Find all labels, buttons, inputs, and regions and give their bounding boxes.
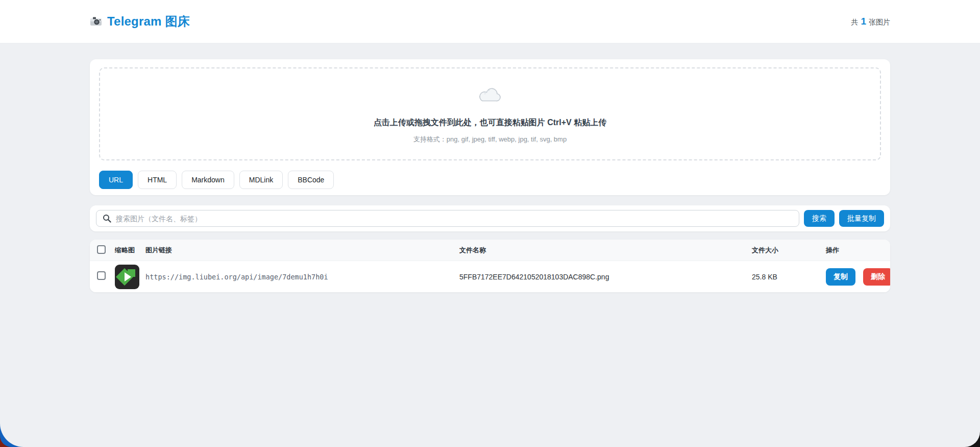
- col-header-actions: 操作: [826, 246, 890, 255]
- play-icon: [125, 272, 131, 281]
- page: Telegram 图床 共 1 张图片 点击上传或拖拽文件到此处，也可直接粘贴图…: [0, 0, 980, 447]
- search-field-wrap: [96, 210, 799, 227]
- tab-mdlink[interactable]: MDLink: [239, 171, 283, 189]
- table-row: https://img.liubei.org/api/image/7demu1h…: [90, 261, 890, 292]
- link-format-tabs: URL HTML Markdown MDLink BBCode: [99, 171, 881, 189]
- page-title: Telegram 图床: [107, 13, 190, 30]
- upload-formats-text: 支持格式：png, gif, jpeg, tiff, webp, jpg, ti…: [100, 135, 880, 144]
- search-card: 搜索 批量复制: [90, 205, 890, 231]
- search-icon: [103, 214, 111, 223]
- upload-dropzone[interactable]: 点击上传或拖拽文件到此处，也可直接粘贴图片 Ctrl+V 粘贴上传 支持格式：p…: [99, 67, 881, 160]
- image-count-suffix: 张图片: [869, 18, 890, 27]
- select-all-checkbox[interactable]: [97, 245, 106, 254]
- tab-bbcode[interactable]: BBCode: [288, 171, 334, 189]
- cloud-icon: [478, 86, 502, 103]
- tab-html[interactable]: HTML: [138, 171, 177, 189]
- image-count-prefix: 共: [851, 18, 858, 27]
- camera-icon: [90, 15, 102, 28]
- delete-button[interactable]: 删除: [863, 268, 890, 286]
- col-header-filename: 文件名称: [459, 246, 752, 255]
- image-count: 共 1 张图片: [851, 16, 890, 27]
- tab-url[interactable]: URL: [99, 171, 133, 189]
- row-actions: 复制 删除: [826, 268, 890, 286]
- file-size: 25.8 KB: [752, 273, 826, 281]
- image-url[interactable]: https://img.liubei.org/api/image/7demu1h…: [145, 273, 459, 281]
- copy-button[interactable]: 复制: [826, 268, 855, 286]
- col-header-filesize: 文件大小: [752, 246, 826, 255]
- search-input[interactable]: [96, 210, 799, 227]
- search-button[interactable]: 搜索: [804, 210, 835, 227]
- app-header: Telegram 图床 共 1 张图片: [0, 0, 980, 43]
- col-header-thumbnail: 缩略图: [115, 246, 145, 255]
- file-name: 5FFB7172EE7D6421052018103DAC898C.png: [459, 273, 752, 281]
- upload-card: 点击上传或拖拽文件到此处，也可直接粘贴图片 Ctrl+V 粘贴上传 支持格式：p…: [90, 59, 890, 195]
- upload-hint-text: 点击上传或拖拽文件到此处，也可直接粘贴图片 Ctrl+V 粘贴上传: [100, 117, 880, 128]
- image-count-value: 1: [861, 16, 866, 27]
- tab-markdown[interactable]: Markdown: [182, 171, 234, 189]
- image-table-card: 缩略图 图片链接 文件名称 文件大小 操作 https://img.liubei…: [90, 240, 890, 292]
- table-header-row: 缩略图 图片链接 文件名称 文件大小 操作: [90, 240, 890, 261]
- bulk-copy-button[interactable]: 批量复制: [839, 210, 884, 227]
- row-checkbox[interactable]: [97, 271, 106, 280]
- image-thumbnail[interactable]: [115, 265, 139, 289]
- col-header-link: 图片链接: [145, 246, 459, 255]
- app-logo: Telegram 图床: [90, 13, 190, 30]
